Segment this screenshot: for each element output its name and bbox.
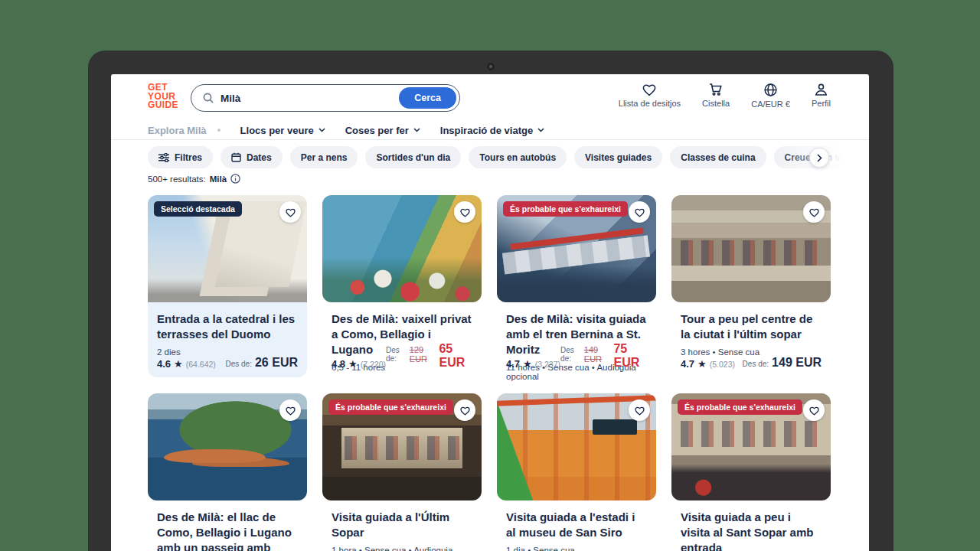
chip-per-a-nens[interactable]: Per a nens [290, 146, 358, 168]
review-count: (5.023) [710, 360, 735, 369]
cart-button[interactable]: Cistella [702, 83, 730, 109]
wishlist-heart-button[interactable] [803, 399, 825, 421]
search-icon [202, 92, 214, 104]
price-value: 149 EUR [772, 356, 822, 370]
wishlist-heart-button[interactable] [803, 201, 825, 223]
review-count: (7.220) [361, 360, 386, 369]
header-actions: Llista de desitjos Cistella [619, 83, 831, 109]
results-query: Milà [210, 174, 227, 184]
secondary-nav: Explora Milà Llocs per veure Coses per f… [148, 122, 544, 138]
logo-line: GUIDE [148, 101, 178, 110]
heart-icon [459, 406, 471, 416]
profile-button[interactable]: Perfil [812, 83, 831, 109]
price-original: 129 EUR [410, 345, 436, 364]
activity-card[interactable]: Visita guiada a l'estadi i al museu de S… [497, 393, 656, 551]
rating-value: 4.8 [332, 358, 345, 370]
card-title[interactable]: Tour a peu pel centre de la ciutat i l'ú… [681, 311, 822, 342]
activity-card-grid: Selecció destacada Entrada a la catedral… [148, 195, 831, 551]
getyourguide-logo[interactable]: GET YOUR GUIDE [148, 83, 178, 110]
card-image: És probable que s'exhaureixi [671, 393, 831, 500]
card-rating-price-row: 4.7 ★ (3.237) Des de: 149 EUR 75 EUR [506, 342, 647, 370]
chip-sortides-dun-dia[interactable]: Sortides d'un dia [365, 146, 461, 168]
locale-label: CA/EUR € [751, 99, 790, 109]
wishlist-heart-button[interactable] [629, 201, 650, 223]
price-value: 75 EUR [613, 342, 647, 370]
price-from-label: Des de: [560, 346, 581, 363]
star-icon: ★ [174, 358, 183, 370]
chip-tours-en-autobus[interactable]: Tours en autobús [469, 146, 567, 168]
heart-icon [285, 207, 296, 217]
review-count: (3.237) [535, 360, 560, 369]
activity-card[interactable]: És probable que s'exhaureixi Des de Milà… [497, 195, 656, 377]
activity-card[interactable]: És probable que s'exhaureixi Visita guia… [671, 393, 831, 551]
selling-out-badge: És probable que s'exhaureixi [328, 399, 453, 415]
price-original: 149 EUR [584, 345, 611, 364]
chip-visites-guiades[interactable]: Visites guiades [574, 146, 662, 168]
calendar-icon [231, 152, 241, 162]
featured-badge: Selecció destacada [154, 201, 242, 217]
nav-item-coses-per-fer[interactable]: Coses per fer [345, 125, 420, 136]
card-image [497, 393, 656, 500]
card-title[interactable]: Entrada a la catedral i les terrasses de… [157, 311, 298, 342]
filter-chips-row: Filtres Dates Per a nens Sortides d'un d… [148, 146, 869, 169]
activity-card[interactable]: Des de Milà: vaixell privat a Como, Bell… [322, 195, 482, 377]
nav-item-inspiracio-de-viatge[interactable]: Inspiració de viatge [440, 125, 544, 136]
price-value: 26 EUR [255, 356, 298, 370]
nav-separator-dot [217, 129, 220, 132]
rating-value: 4.7 [681, 358, 694, 370]
heart-icon [459, 207, 471, 217]
card-rating-price-row: 4.7 ★ (5.023) Des de: 149 EUR [681, 356, 822, 370]
card-rating-price-row: 4.8 ★ (7.220) Des de: 129 EUR 65 EUR [332, 342, 472, 370]
activity-card[interactable]: Tour a peu pel centre de la ciutat i l'ú… [671, 195, 831, 377]
heart-icon [808, 406, 820, 416]
wishlist-heart-button[interactable] [279, 201, 301, 223]
card-image: És probable que s'exhaureixi [322, 393, 482, 500]
activity-card[interactable]: És probable que s'exhaureixi Visita guia… [322, 393, 482, 551]
chevron-down-icon [318, 128, 325, 132]
heart-icon [642, 83, 657, 96]
device-frame: GET YOUR GUIDE Cerca Llista de desitjos [88, 51, 893, 551]
selling-out-badge: És probable que s'exhaureixi [678, 399, 802, 415]
card-title[interactable]: Des de Milà: el llac de Como, Bellagio i… [157, 510, 298, 551]
info-icon[interactable] [230, 174, 240, 184]
chevron-right-icon [817, 154, 822, 162]
rating-value: 4.6 [157, 358, 171, 370]
activity-card[interactable]: Des de Milà: el llac de Como, Bellagio i… [148, 393, 307, 551]
nav-item-llocs-per-veure[interactable]: Llocs per veure [240, 125, 325, 136]
search-input[interactable] [220, 93, 399, 104]
chip-classes-de-cuina[interactable]: Classes de cuina [670, 146, 766, 168]
rating-value: 4.7 [506, 358, 520, 370]
card-image [322, 195, 482, 302]
chip-filtres[interactable]: Filtres [148, 146, 213, 168]
card-title[interactable]: Visita guiada a peu i visita al Sant Sop… [681, 510, 822, 551]
wishlist-heart-button[interactable] [454, 399, 475, 421]
search-bar[interactable]: Cerca [191, 84, 460, 112]
wishlist-button[interactable]: Llista de desitjos [619, 83, 681, 109]
chevron-down-icon [537, 128, 544, 132]
chips-next-button[interactable] [809, 148, 829, 168]
profile-icon [814, 83, 828, 96]
review-count: (64.642) [186, 360, 216, 369]
price-from-label: Des de: [226, 360, 252, 368]
card-title[interactable]: Visita guiada a l'estadi i al museu de S… [506, 510, 647, 540]
header-divider [111, 139, 869, 140]
card-meta: 1 hora • Sense cua • Audioguia opcional [332, 546, 472, 551]
card-title[interactable]: Visita guiada a l'Últim Sopar [332, 510, 472, 540]
card-meta: 1 dia • Sense cua [506, 546, 647, 551]
globe-icon [763, 83, 778, 97]
locale-currency-button[interactable]: CA/EUR € [751, 83, 790, 109]
search-button[interactable]: Cerca [399, 87, 456, 109]
card-image [148, 393, 307, 500]
profile-label: Perfil [812, 99, 831, 108]
card-rating-price-row: 4.6 ★ (64.642) Des de: 26 EUR [157, 356, 298, 370]
wishlist-heart-button[interactable] [279, 399, 301, 421]
star-icon: ★ [523, 358, 532, 370]
price-value: 65 EUR [439, 342, 472, 370]
card-image: Selecció destacada [148, 195, 307, 302]
activity-card[interactable]: Selecció destacada Entrada a la catedral… [148, 195, 307, 377]
selling-out-badge: És probable que s'exhaureixi [503, 201, 628, 217]
heart-icon [808, 207, 820, 217]
chip-dates[interactable]: Dates [220, 146, 283, 168]
wishlist-heart-button[interactable] [454, 201, 475, 223]
wishlist-heart-button[interactable] [629, 399, 650, 421]
